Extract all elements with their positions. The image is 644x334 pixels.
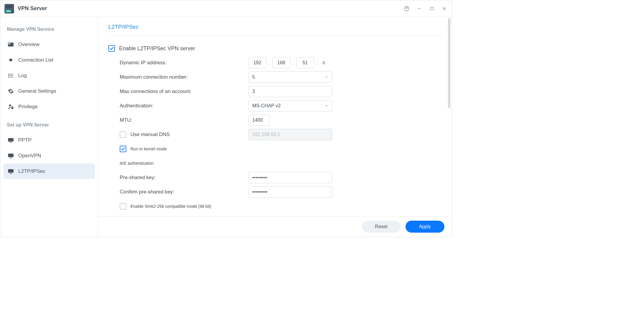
max-conn-select[interactable]: 5 — [248, 71, 332, 83]
svg-rect-18 — [8, 154, 13, 157]
sidebar-item-general-settings[interactable]: General Settings — [3, 83, 95, 99]
row-ike-heading: IKE authentication — [108, 156, 441, 170]
row-manual-dns: Use manual DNS — [108, 127, 441, 142]
plug-icon — [7, 57, 14, 63]
enable-label: Enable L2TP/IPSec VPN server — [119, 45, 195, 52]
svg-point-10 — [9, 75, 9, 76]
row-kernel-mode: Run in kernel mode — [108, 142, 441, 156]
max-conn-value: 5 — [252, 74, 255, 80]
mtu-label: MTU: — [120, 117, 248, 123]
titlebar: VPN Server — [0, 0, 452, 17]
psk-input[interactable] — [248, 172, 332, 183]
manual-dns-checkbox[interactable] — [120, 131, 126, 138]
app-title: VPN Server — [18, 5, 47, 12]
svg-rect-19 — [10, 158, 12, 158]
ip-octet-2[interactable] — [272, 57, 290, 68]
dynamic-ip-label: Dynamic IP address: — [120, 60, 248, 66]
ip-octet-1[interactable] — [248, 57, 266, 68]
sidebar-item-pptp[interactable]: PPTP — [3, 132, 95, 148]
svg-rect-17 — [10, 142, 12, 143]
monitor-icon — [7, 168, 14, 175]
auth-value: MS-CHAP v2 — [252, 103, 281, 109]
sidebar-item-label: L2TP/IPSec — [18, 168, 45, 174]
sidebar-item-label: Connection List — [18, 57, 53, 63]
row-max-conn-acct: Max connections of an account: — [108, 84, 441, 99]
row-max-conn: Maximum connection number: 5 — [108, 70, 441, 84]
svg-rect-21 — [10, 173, 12, 174]
footer: Reset Apply — [98, 216, 452, 237]
sidebar-item-label: Log — [18, 73, 27, 79]
auth-label: Authentication: — [120, 103, 248, 109]
manual-dns-label: Use manual DNS — [130, 132, 170, 138]
ip-separator: . — [293, 60, 294, 65]
sidebar-item-log[interactable]: Log — [3, 68, 95, 83]
row-psk: Pre-shared key: — [108, 170, 441, 185]
enable-row: Enable L2TP/IPSec VPN server — [108, 41, 441, 56]
svg-rect-3 — [430, 7, 433, 10]
page-heading: L2TP/IPSec — [108, 24, 441, 35]
apply-button[interactable]: Apply — [405, 221, 444, 233]
sidebar-section-manage: Manage VPN Service — [3, 22, 95, 37]
ip-separator: . — [269, 60, 270, 65]
kernel-mode-label: Run in kernel mode — [130, 147, 167, 151]
svg-rect-20 — [8, 169, 13, 173]
row-dynamic-ip: Dynamic IP address: . . . 0 — [108, 56, 441, 70]
app-icon — [4, 4, 14, 13]
row-sha2: Enable SHA2-256 compatible mode (96 bit) — [108, 199, 441, 213]
monitor-icon — [7, 137, 14, 144]
row-psk-confirm: Confirm pre-shared key: — [108, 185, 441, 199]
sidebar-item-overview[interactable]: Overview — [3, 37, 95, 52]
svg-rect-7 — [9, 43, 10, 44]
overview-icon — [7, 41, 14, 48]
help-icon[interactable] — [404, 6, 410, 12]
main-panel: L2TP/IPSec Enable L2TP/IPSec VPN server … — [98, 17, 452, 237]
svg-point-8 — [9, 74, 9, 74]
sidebar-section-setup: Set up VPN Server — [3, 115, 95, 132]
sidebar-item-l2tp[interactable]: L2TP/IPSec — [3, 164, 95, 179]
scrollbar[interactable] — [448, 18, 450, 216]
ip-separator: . — [317, 60, 318, 65]
enable-checkbox[interactable] — [108, 45, 115, 52]
svg-point-1 — [406, 10, 407, 10]
sidebar-item-label: General Settings — [18, 88, 56, 94]
ike-label: IKE authentication — [120, 161, 154, 166]
monitor-icon — [7, 152, 14, 159]
sidebar-item-connection-list[interactable]: Connection List — [3, 52, 95, 68]
psk-label: Pre-shared key: — [120, 175, 248, 181]
content: L2TP/IPSec Enable L2TP/IPSec VPN server … — [98, 17, 452, 216]
list-icon — [7, 72, 14, 79]
svg-rect-16 — [8, 138, 13, 142]
close-icon[interactable] — [441, 6, 447, 12]
svg-point-12 — [9, 77, 9, 77]
mtu-input[interactable] — [248, 115, 270, 126]
window-controls — [404, 6, 447, 12]
sha2-checkbox[interactable] — [120, 203, 126, 210]
sidebar: Manage VPN Service Overview Connection L… — [0, 17, 98, 237]
maximize-icon[interactable] — [429, 6, 435, 12]
psk-confirm-input[interactable] — [248, 186, 332, 198]
app-window: VPN Server Manage VPN Service — [0, 0, 452, 237]
scrollbar-thumb[interactable] — [448, 18, 450, 108]
sidebar-item-label: Overview — [18, 42, 40, 48]
svg-rect-15 — [11, 107, 13, 109]
chevron-down-icon — [325, 75, 328, 79]
svg-point-14 — [9, 105, 11, 107]
sidebar-item-label: OpenVPN — [18, 153, 41, 159]
ip-octet-3[interactable] — [296, 57, 314, 68]
psk-confirm-label: Confirm pre-shared key: — [120, 189, 248, 195]
row-mtu: MTU: — [108, 113, 441, 127]
sidebar-item-openvpn[interactable]: OpenVPN — [3, 148, 95, 164]
sidebar-item-privilege[interactable]: Privilege — [3, 99, 95, 115]
max-conn-label: Maximum connection number: — [120, 74, 248, 80]
max-conn-acct-input[interactable] — [248, 86, 332, 97]
kernel-mode-checkbox[interactable] — [120, 146, 126, 152]
gear-icon — [7, 88, 14, 94]
row-auth: Authentication: MS-CHAP v2 — [108, 99, 441, 113]
minimize-icon[interactable] — [416, 6, 422, 12]
manual-dns-input — [248, 129, 332, 140]
reset-button[interactable]: Reset — [362, 221, 401, 233]
user-lock-icon — [7, 103, 14, 110]
sha2-label: Enable SHA2-256 compatible mode (96 bit) — [130, 204, 211, 209]
auth-select[interactable]: MS-CHAP v2 — [248, 100, 332, 112]
sidebar-item-label: Privilege — [18, 104, 38, 110]
